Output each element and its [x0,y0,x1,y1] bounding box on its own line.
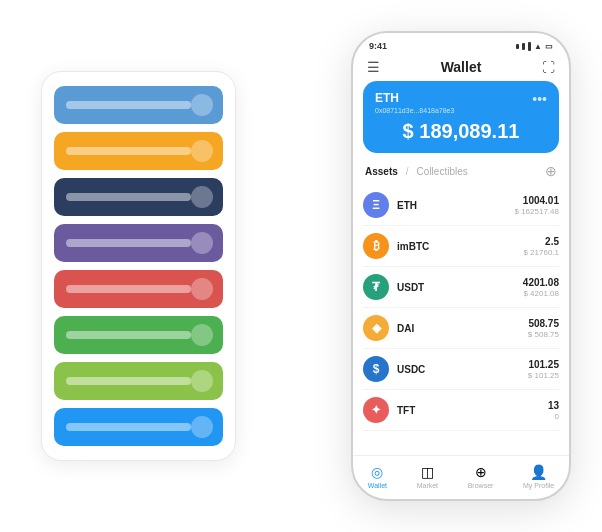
asset-name: USDT [397,282,424,293]
strip-label [66,377,191,385]
asset-usd: $ 4201.08 [523,289,559,298]
asset-right: 130 [548,400,559,421]
strip-icon [191,370,213,392]
asset-left: ₿imBTC [363,233,429,259]
strip-icon [191,140,213,162]
strip-label [66,285,191,293]
asset-amount: 2.5 [523,236,559,247]
status-bar: 9:41 ▲ ▭ [353,33,569,55]
asset-name: DAI [397,323,414,334]
eth-card-symbol: ETH [375,91,454,105]
asset-right: 101.25$ 101.25 [528,359,559,380]
asset-usd: $ 162517.48 [515,207,560,216]
asset-left: $USDC [363,356,425,382]
eth-card-address: 0x08711d3e...8418a78e3 [375,107,454,114]
wallet-strip[interactable] [54,224,223,262]
wallet-strip[interactable] [54,178,223,216]
asset-row[interactable]: $USDC101.25$ 101.25 [363,349,559,390]
status-icons: ▲ ▭ [516,42,553,51]
signal-bar-2 [522,43,525,50]
asset-amount: 13 [548,400,559,411]
strip-icon [191,324,213,346]
asset-usd: $ 21760.1 [523,248,559,257]
nav-item-market[interactable]: ◫Market [417,464,438,489]
strip-icon [191,232,213,254]
wallet-strip[interactable] [54,132,223,170]
tab-separator: / [406,166,409,177]
asset-left: ✦TFT [363,397,415,423]
strip-icon [191,278,213,300]
asset-usd: $ 508.75 [528,330,559,339]
asset-logo-usdt: ₮ [363,274,389,300]
eth-card-more-icon[interactable]: ••• [532,91,547,107]
eth-card-balance: $ 189,089.11 [375,120,547,143]
asset-row[interactable]: ₮USDT4201.08$ 4201.08 [363,267,559,308]
signal-bar-3 [528,42,531,51]
wallet-strip[interactable] [54,362,223,400]
tab-collectibles[interactable]: Collectibles [417,166,468,177]
nav-icon-my-profile: 👤 [530,464,547,480]
asset-amount: 1004.01 [515,195,560,206]
strip-icon [191,186,213,208]
asset-name: USDC [397,364,425,375]
asset-amount: 508.75 [528,318,559,329]
strip-label [66,423,191,431]
eth-card[interactable]: ETH 0x08711d3e...8418a78e3 ••• $ 189,089… [363,81,559,153]
app-header: ☰ Wallet ⛶ [353,55,569,81]
scene: 9:41 ▲ ▭ ☰ Wallet ⛶ ETH 0x08711d3e...841… [11,11,591,521]
asset-row[interactable]: ◈DAI508.75$ 508.75 [363,308,559,349]
asset-right: 1004.01$ 162517.48 [515,195,560,216]
nav-icon-market: ◫ [421,464,434,480]
background-card [41,71,236,461]
asset-row[interactable]: ₿imBTC2.5$ 21760.1 [363,226,559,267]
add-asset-icon[interactable]: ⊕ [545,163,557,179]
nav-item-browser[interactable]: ⊕Browser [468,464,494,489]
asset-amount: 4201.08 [523,277,559,288]
asset-right: 2.5$ 21760.1 [523,236,559,257]
asset-logo-tft: ✦ [363,397,389,423]
assets-tabs: Assets / Collectibles [365,166,468,177]
asset-left: ₮USDT [363,274,424,300]
wallet-strip[interactable] [54,316,223,354]
nav-icon-browser: ⊕ [475,464,487,480]
strip-label [66,331,191,339]
wallet-strip[interactable] [54,86,223,124]
asset-left: ΞETH [363,192,417,218]
nav-item-my-profile[interactable]: 👤My Profile [523,464,554,489]
status-time: 9:41 [369,41,387,51]
wallet-strip[interactable] [54,270,223,308]
nav-label-my-profile: My Profile [523,482,554,489]
nav-item-wallet[interactable]: ◎Wallet [368,464,387,489]
asset-list: ΞETH1004.01$ 162517.48₿imBTC2.5$ 21760.1… [353,185,569,455]
asset-row[interactable]: ✦TFT130 [363,390,559,431]
strip-label [66,147,191,155]
strip-icon [191,416,213,438]
signal-bar-1 [516,44,519,49]
asset-logo-dai: ◈ [363,315,389,341]
asset-row[interactable]: ΞETH1004.01$ 162517.48 [363,185,559,226]
asset-usd: $ 101.25 [528,371,559,380]
phone-frame: 9:41 ▲ ▭ ☰ Wallet ⛶ ETH 0x08711d3e...841… [351,31,571,501]
nav-label-market: Market [417,482,438,489]
asset-right: 4201.08$ 4201.08 [523,277,559,298]
page-title: Wallet [441,59,482,75]
menu-icon[interactable]: ☰ [367,59,380,75]
strip-label [66,193,191,201]
strip-icon [191,94,213,116]
asset-name: imBTC [397,241,429,252]
tab-assets[interactable]: Assets [365,166,398,177]
asset-logo-eth: Ξ [363,192,389,218]
expand-icon[interactable]: ⛶ [542,60,555,75]
asset-name: TFT [397,405,415,416]
asset-logo-usdc: $ [363,356,389,382]
wallet-strip[interactable] [54,408,223,446]
asset-logo-imbtc: ₿ [363,233,389,259]
wifi-icon: ▲ [534,42,542,51]
strip-label [66,101,191,109]
bottom-nav: ◎Wallet◫Market⊕Browser👤My Profile [353,455,569,499]
asset-name: ETH [397,200,417,211]
asset-amount: 101.25 [528,359,559,370]
eth-balance-value: $ 189,089.11 [403,120,520,142]
nav-icon-wallet: ◎ [371,464,383,480]
eth-card-top: ETH 0x08711d3e...8418a78e3 ••• [375,91,547,114]
